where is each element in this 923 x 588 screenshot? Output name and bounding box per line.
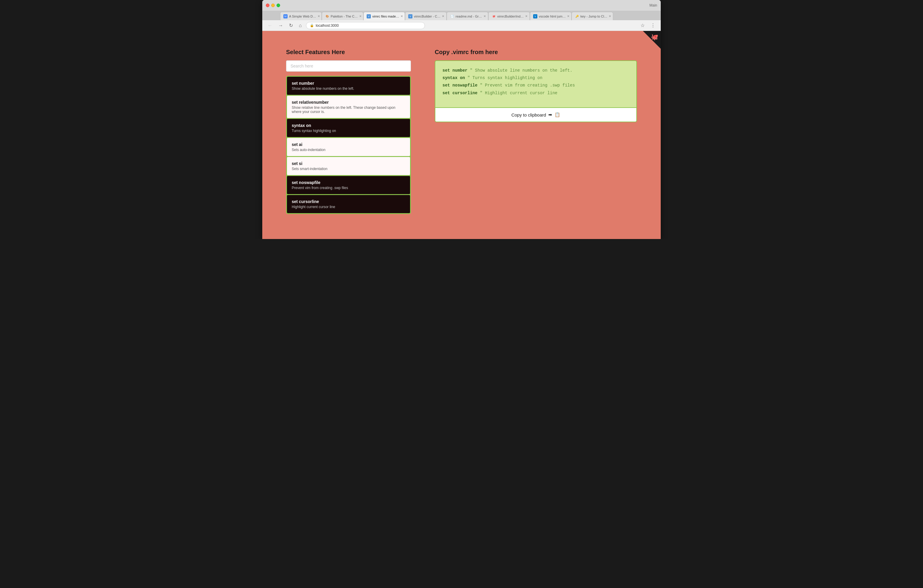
nav-bar: ← → ↻ ⌂ 🔒 localhost:3000 ☆ ⋮ — [262, 20, 661, 31]
tab-close-icon[interactable]: ✕ — [609, 15, 611, 18]
tab-readme[interactable]: 📄 readme.md - Gr… ✕ — [447, 12, 488, 20]
readme-favicon: 📄 — [450, 14, 454, 18]
feature-name: set relativenumber — [292, 100, 405, 105]
code-comment: " Show absolute line numbers on the left… — [470, 68, 572, 73]
feature-name: set si — [292, 161, 405, 166]
page-content: Select Features Here set number Show abs… — [262, 31, 661, 239]
feature-set-ai[interactable]: set ai Sets auto-indentation — [287, 138, 410, 156]
right-panel-title: Copy .vimrc from here — [435, 49, 637, 56]
tab-label: key - Jump to Cl… — [580, 15, 607, 18]
tabs-bar: M A Simple Web D… ✕ 🎨 Paletton - The C… … — [262, 11, 661, 20]
tab-vscode[interactable]: V vscode html jum… ✕ — [530, 12, 572, 20]
feature-desc: Show absolute line numbers on the left. — [292, 87, 405, 91]
close-button[interactable] — [266, 3, 269, 7]
tab-label: Paletton - The C… — [331, 15, 358, 18]
features-list: set number Show absolute line numbers on… — [286, 76, 411, 214]
copy-arrow-icon: ➡ — [549, 112, 552, 117]
feature-desc: Sets smart-indentation — [292, 167, 405, 171]
tab-vimrcbuilder[interactable]: V vimrcBuilder - C… ✕ — [405, 12, 447, 20]
code-keyword: syntax on — [442, 76, 465, 80]
right-panel: Copy .vimrc from here set number " Show … — [435, 49, 637, 221]
tab-close-icon[interactable]: ✕ — [401, 15, 403, 18]
reload-button[interactable]: ↻ — [287, 22, 295, 29]
tab-close-icon[interactable]: ✕ — [442, 15, 444, 18]
browser-window: Main M A Simple Web D… ✕ 🎨 Paletton - Th… — [262, 0, 661, 239]
feature-desc: Sets auto-indentation — [292, 148, 405, 152]
code-line-4: set cursorline " Highlight current curso… — [442, 89, 629, 97]
code-line-1: set number " Show absolute line numbers … — [442, 67, 629, 74]
feature-name: set cursorline — [292, 199, 405, 204]
nav-actions: ☆ ⋮ — [639, 22, 657, 29]
feature-desc: Prevent vim from creating .swp files — [292, 186, 405, 190]
tab-label: vimrcBuilder/ind… — [497, 15, 524, 18]
tab-github[interactable]: 🐙 vimrcBuilder/ind… ✕ — [488, 12, 530, 20]
feature-syntax-on[interactable]: syntax on Turns syntax highlighting on — [287, 119, 410, 137]
address-bar[interactable]: 🔒 localhost:3000 — [306, 22, 425, 29]
github-icon: 🐙 — [651, 33, 659, 40]
code-line-3: set noswapfile " Prevent vim from creati… — [442, 82, 629, 89]
code-keyword: set cursorline — [442, 91, 478, 95]
maximize-button[interactable] — [276, 3, 280, 7]
github-favicon: 🐙 — [491, 14, 496, 18]
tab-label: vimrcBuilder - C… — [414, 15, 440, 18]
paletton-favicon: 🎨 — [325, 14, 329, 18]
tab-label: vimrc files made… — [372, 15, 399, 18]
code-comment: " Turns syntax highlighting on — [468, 76, 542, 80]
home-button[interactable]: ⌂ — [297, 22, 304, 29]
feature-name: set noswapfile — [292, 180, 405, 185]
forward-button[interactable]: → — [276, 22, 285, 29]
feature-desc: Show relative line numbers on the left. … — [292, 105, 405, 114]
left-panel: Select Features Here set number Show abs… — [286, 49, 411, 221]
feature-name: syntax on — [292, 123, 405, 128]
tab-paletton[interactable]: 🎨 Paletton - The C… ✕ — [322, 12, 363, 20]
title-bar: Main — [262, 0, 661, 11]
tab-close-icon[interactable]: ✕ — [359, 15, 361, 18]
code-keyword: set number — [442, 68, 468, 73]
gmail-favicon: M — [283, 14, 287, 18]
vimrc-output: set number " Show absolute line numbers … — [435, 60, 637, 108]
feature-desc: Turns syntax highlighting on — [292, 129, 405, 133]
feature-desc: Highlight current cursor line — [292, 205, 405, 209]
bookmark-button[interactable]: ☆ — [639, 22, 647, 29]
tab-key[interactable]: 🔑 key - Jump to Cl… ✕ — [572, 12, 613, 20]
feature-set-cursorline[interactable]: set cursorline Highlight current cursor … — [287, 195, 410, 213]
feature-set-si[interactable]: set si Sets smart-indentation — [287, 157, 410, 175]
page-wrapper: Select Features Here set number Show abs… — [262, 31, 661, 239]
tab-label: A Simple Web D… — [289, 15, 316, 18]
tab-label: readme.md - Gr… — [455, 15, 482, 18]
search-input[interactable] — [286, 60, 411, 72]
vimrc-favicon: V — [367, 14, 371, 18]
traffic-lights — [266, 3, 280, 7]
tab-close-icon[interactable]: ✕ — [318, 15, 320, 18]
minimize-button[interactable] — [271, 3, 275, 7]
tab-close-icon[interactable]: ✕ — [525, 15, 527, 18]
tab-close-icon[interactable]: ✕ — [567, 15, 570, 18]
feature-set-relativenumber[interactable]: set relativenumber Show relative line nu… — [287, 96, 410, 118]
code-comment: " Highlight current cursor line — [480, 91, 557, 95]
tab-gmail[interactable]: M A Simple Web D… ✕ — [280, 12, 322, 20]
code-keyword: set noswapfile — [442, 83, 478, 88]
code-line-2: syntax on " Turns syntax highlighting on — [442, 74, 629, 82]
menu-button[interactable]: ⋮ — [649, 22, 657, 29]
tab-close-icon[interactable]: ✕ — [483, 15, 486, 18]
back-button[interactable]: ← — [266, 22, 274, 29]
feature-set-noswapfile[interactable]: set noswapfile Prevent vim from creating… — [287, 176, 410, 194]
feature-set-number[interactable]: set number Show absolute line numbers on… — [287, 77, 410, 95]
tab-label: vscode html jum… — [539, 15, 566, 18]
tab-vimrc-active[interactable]: V vimrc files made… ✕ — [363, 12, 405, 20]
code-comment: " Prevent vim from creating .swp files — [480, 83, 575, 88]
window-title: Main — [649, 3, 657, 7]
left-panel-title: Select Features Here — [286, 49, 411, 56]
clipboard-icon: 📋 — [555, 112, 560, 117]
feature-name: set ai — [292, 142, 405, 147]
copy-to-clipboard-button[interactable]: Copy to clipboard ➡ 📋 — [435, 108, 637, 122]
feature-name: set number — [292, 81, 405, 85]
address-text: localhost:3000 — [316, 23, 339, 28]
vscode-favicon: V — [533, 14, 537, 18]
lock-icon: 🔒 — [310, 23, 314, 27]
key-favicon: 🔑 — [575, 14, 579, 18]
copy-button-label: Copy to clipboard — [511, 112, 546, 117]
vimrcbuilder-favicon: V — [408, 14, 412, 18]
